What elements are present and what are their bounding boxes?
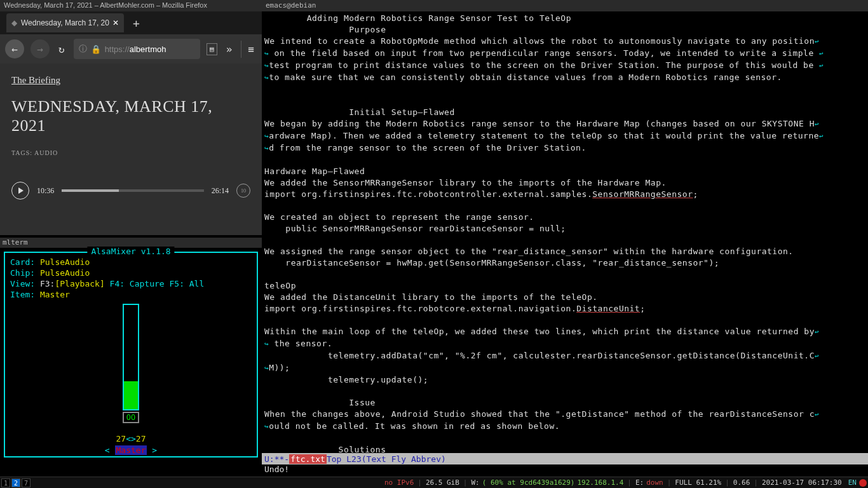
view-all: F5: All (169, 279, 204, 288)
card-value: PulseAudio (40, 257, 90, 267)
keyboard-layout: EN (848, 478, 857, 487)
chip-label: Chip: (10, 268, 35, 278)
overflow-button[interactable]: » (224, 41, 235, 58)
audio-progress-fill (62, 189, 118, 192)
view-label: View: (10, 279, 35, 288)
view-f3: F3: (40, 279, 55, 288)
reader-mode-button[interactable]: ▤ (207, 43, 217, 55)
page-headline: WEDNESDAY, MARCH 17, 2021 (11, 97, 250, 135)
meter-fill (124, 381, 138, 409)
alsamixer-title: AlsaMixer v1.1.8 (87, 247, 174, 256)
lock-icon: 🔒 (91, 44, 101, 54)
firefox-toolbar: ← → ↻ ⓘ 🔒 https://albertmoh ▤ » ≡ (0, 34, 262, 64)
tab-title: Wednesday, March 17, 20 (21, 18, 109, 27)
audio-player: 10:36 26:14 10 (11, 182, 250, 200)
volume-values: 27<>27 (5, 434, 257, 444)
item-label: Item: (10, 290, 35, 299)
mute-indicator: OO (123, 412, 139, 423)
audio-time-current: 10:36 (37, 186, 54, 196)
refresh-button[interactable]: ↻ (56, 41, 67, 58)
audio-time-total: 26:14 (212, 186, 229, 196)
channel-label: < Master > (5, 445, 257, 455)
new-tab-button[interactable]: + (133, 17, 140, 30)
mlterm-window[interactable]: AlsaMixer v1.1.8 Card: PulseAudio Chip: … (0, 248, 262, 477)
i3-statusbar: 1 2 7 no IPv6| 26.5 GiB| W: ( 60% at 9cd… (0, 477, 868, 488)
power-icon[interactable] (859, 479, 867, 487)
modeline-filename: ftc.txt (289, 454, 327, 464)
url-text: https://albertmoh (105, 44, 166, 54)
emacs-modeline: U:**- ftc.txt Top L23 (Text Fly Abbrev) (262, 453, 868, 464)
play-icon (18, 187, 24, 194)
firefox-page-content: The Briefing WEDNESDAY, MARCH 17, 2021 T… (0, 64, 262, 235)
chip-value: PulseAudio (40, 268, 90, 278)
emacs-buffer[interactable]: Adding Modern Robotics Range Sensor Test… (262, 11, 868, 453)
play-button[interactable] (11, 182, 29, 200)
close-icon[interactable]: ✕ (112, 18, 119, 27)
firefox-tabbar: ◆ Wednesday, March 17, 20 ✕ + (0, 11, 262, 34)
skip-button[interactable]: 10 (236, 184, 250, 198)
firefox-titlebar: Wednesday, March 17, 2021 – AlbertMohler… (0, 0, 262, 11)
memory-status: 26.5 GiB (426, 478, 459, 487)
wifi-status: ( 60% at 9cd6439a1629) (482, 478, 575, 487)
ipv6-status: no IPv6 (384, 478, 414, 487)
datetime: 2021-03-17 06:17:30 (762, 478, 842, 487)
alsamixer-box: AlsaMixer v1.1.8 Card: PulseAudio Chip: … (4, 252, 258, 458)
card-label: Card: (10, 257, 35, 267)
battery-status: FULL 61.21% (675, 478, 721, 487)
eth-label: E: (635, 478, 644, 487)
workspace-2[interactable]: 2 (11, 478, 20, 487)
emacs-echo-area: Undo! (262, 464, 868, 476)
workspace-7[interactable]: 7 (22, 478, 31, 487)
load-avg: 0.66 (733, 478, 750, 487)
hamburger-menu-button[interactable]: ≡ (241, 41, 257, 58)
briefing-link[interactable]: The Briefing (11, 75, 250, 86)
info-icon: ⓘ (79, 43, 87, 55)
url-bar[interactable]: ⓘ 🔒 https://albertmoh (74, 39, 200, 59)
wifi-label: W: (471, 478, 479, 487)
tags-label: TAGS: AUDIO (11, 149, 250, 156)
status-right: no IPv6| 26.5 GiB| W: ( 60% at 9cd6439a1… (384, 478, 867, 487)
emacs-titlebar: emacs@debian (262, 0, 868, 11)
eth-status: down (646, 478, 663, 487)
ip-address: 192.168.1.4 (577, 478, 623, 487)
tab-favicon: ◆ (11, 18, 17, 27)
item-value: Master (40, 290, 70, 299)
view-playback: [Playback] (55, 279, 104, 288)
volume-meter[interactable] (123, 304, 139, 410)
browser-tab[interactable]: ◆ Wednesday, March 17, 20 ✕ (6, 13, 124, 32)
audio-progress-bar[interactable] (62, 189, 203, 192)
view-capture: F4: Capture (110, 279, 165, 288)
back-button[interactable]: ← (5, 39, 24, 58)
forward-button: → (31, 39, 50, 58)
workspace-1[interactable]: 1 (1, 478, 10, 487)
